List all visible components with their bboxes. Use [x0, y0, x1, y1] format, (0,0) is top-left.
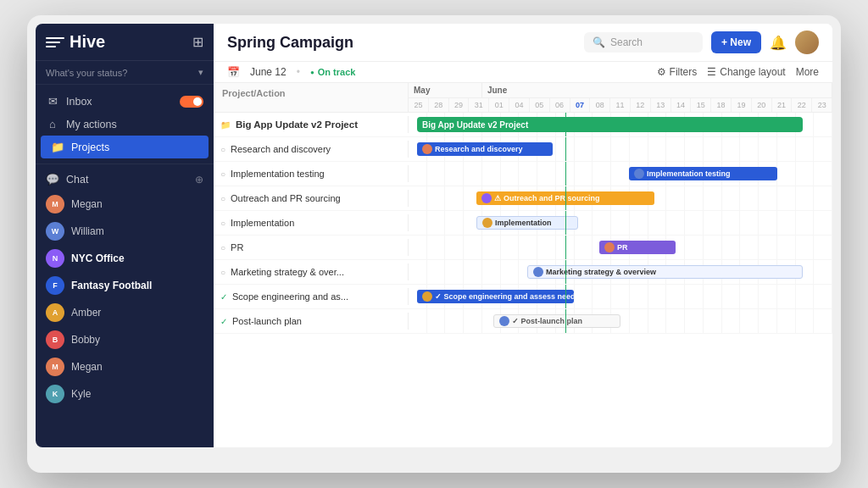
gantt-bar-research[interactable]: Research and discovery	[417, 142, 553, 156]
date-28: 28	[429, 98, 449, 112]
filters-button[interactable]: ⚙ Filters	[657, 66, 698, 78]
status-bar[interactable]: What's your status? ▾	[36, 61, 214, 85]
today-line-r	[565, 137, 566, 161]
gantt-bar-area-research: Research and discovery	[409, 137, 832, 161]
avatar-bobby: B	[46, 330, 64, 349]
gantt-body: 📁 Big App Update v2 Project Big App Upda…	[214, 113, 832, 447]
sidebar-item-chat[interactable]: 💬 Chat ⊕	[36, 168, 214, 191]
gantt-bar-area-impl-testing: Implementation testing	[409, 162, 832, 186]
date-15: 15	[691, 98, 711, 112]
on-track-badge: On track	[310, 67, 355, 77]
circle-icon-implementation: ○	[220, 219, 225, 228]
check-icon-scope: ✓	[220, 292, 227, 302]
grid-icon[interactable]: ⊞	[192, 34, 203, 50]
gantt-label-research: ○ Research and discovery	[214, 141, 409, 158]
gantt-label-project: 📁 Big App Update v2 Project	[214, 116, 409, 133]
sidebar-nav: ✉ Inbox ⌂ My actions 📁 Projects	[36, 85, 214, 164]
date-13: 13	[651, 98, 671, 112]
today-line-impl	[565, 211, 566, 235]
chat-label: Chat	[66, 174, 88, 186]
date-21: 21	[772, 98, 793, 112]
gantt-label-postlaunch: ✓ Post-launch plan	[214, 313, 409, 330]
gantt-bar-postlaunch[interactable]: ✓ Post-launch plan	[493, 314, 620, 328]
sidebar-person-kyle[interactable]: K Kyle	[36, 380, 214, 408]
projects-label: Projects	[71, 141, 109, 153]
inbox-icon: ✉	[46, 95, 59, 108]
person-name-amber: Amber	[71, 307, 101, 319]
today-line	[565, 113, 566, 136]
sidebar-people: 💬 Chat ⊕ M Megan W William N NYC Office	[36, 164, 214, 411]
sidebar: Hive ⊞ What's your status? ▾ ✉ Inbox ⌂ M…	[36, 24, 214, 447]
bar-label-marketing: Marketing strategy & overview	[546, 268, 656, 276]
date-08: 08	[590, 98, 610, 112]
gantt-row-scope: ✓ Scope engineering and as... ✓ Scope en…	[214, 285, 832, 309]
date-22: 22	[792, 98, 812, 112]
gantt-container: Project/Action May June 25 28 29 31 01	[214, 83, 832, 447]
filters-label: Filters	[670, 66, 698, 78]
gantt-row-impl-testing: ○ Implementation testing Implementation …	[214, 162, 832, 186]
gantt-bar-implementation[interactable]: Implementation	[476, 216, 578, 230]
sidebar-person-bobby[interactable]: B Bobby	[36, 326, 214, 353]
date-20: 20	[752, 98, 772, 112]
sidebar-person-fantasy-football[interactable]: F Fantasy Football	[36, 272, 214, 299]
subbar-right: ⚙ Filters ☰ Change layout More	[657, 66, 819, 78]
gantt-label-marketing: ○ Marketing strategy & over...	[214, 263, 409, 280]
today-line-s	[565, 285, 566, 308]
sidebar-person-amber[interactable]: A Amber	[36, 299, 214, 326]
notification-icon[interactable]: 🔔	[770, 35, 787, 51]
sidebar-person-megan2[interactable]: M Megan	[36, 353, 214, 380]
gantt-bar-pr[interactable]: PR	[599, 241, 676, 254]
change-layout-button[interactable]: ☰ Change layout	[707, 66, 785, 78]
date-18: 18	[711, 98, 732, 112]
more-button[interactable]: More	[796, 66, 819, 78]
topbar: Spring Campaign 🔍 Search + New 🔔	[214, 24, 832, 62]
gantt-bar-area-marketing: Marketing strategy & overview	[409, 260, 832, 284]
gantt-label-implementation: ○ Implementation	[214, 214, 409, 231]
gantt-row-pr: ○ PR PR	[214, 236, 832, 260]
new-button[interactable]: + New	[711, 31, 761, 53]
user-avatar[interactable]	[795, 30, 819, 54]
sidebar-item-projects[interactable]: 📁 Projects	[41, 136, 209, 158]
my-actions-icon: ⌂	[46, 118, 59, 130]
inbox-toggle[interactable]	[180, 96, 203, 108]
more-label: More	[796, 66, 819, 78]
date-11: 11	[610, 98, 631, 112]
gantt-row-postlaunch: ✓ Post-launch plan ✓ Post-launch plan	[214, 309, 832, 334]
gantt-bar-project[interactable]: Big App Update v2 Project	[417, 117, 803, 132]
gantt-row-research: ○ Research and discovery Research and di…	[214, 137, 832, 162]
month-june: June	[482, 83, 832, 97]
avatar-megan: M	[46, 195, 64, 214]
sidebar-item-inbox[interactable]: ✉ Inbox	[36, 90, 214, 113]
subbar-left: 📅 June 12 • On track	[227, 66, 355, 78]
gantt-bar-scope[interactable]: ✓ Scope engineering and assess need	[417, 290, 574, 303]
status-placeholder: What's your status?	[46, 68, 127, 78]
gantt-bar-area-implementation: Implementation	[409, 211, 832, 235]
status-chevron: ▾	[198, 67, 203, 78]
gantt-row-outreach: ○ Outreach and PR sourcing ⚠ Outreach an…	[214, 186, 832, 211]
person-name-william: William	[71, 225, 104, 237]
gantt-bar-area-outreach: ⚠ Outreach and PR sourcing	[409, 186, 832, 210]
search-box[interactable]: 🔍 Search	[584, 32, 703, 53]
avatar-william: W	[46, 222, 64, 241]
sidebar-person-william[interactable]: W William	[36, 218, 214, 245]
app-logo[interactable]: Hive	[46, 32, 105, 52]
gantt-bar-marketing[interactable]: Marketing strategy & overview	[527, 265, 803, 279]
gantt-label-scope: ✓ Scope engineering and as...	[214, 288, 409, 305]
date-29: 29	[449, 98, 470, 112]
date-23: 23	[812, 98, 832, 112]
date-04: 04	[509, 98, 530, 112]
gantt-label-col-header: Project/Action	[214, 83, 409, 112]
sidebar-person-nyc-office[interactable]: N NYC Office	[36, 245, 214, 272]
sidebar-person-megan[interactable]: M Megan	[36, 191, 214, 218]
chat-add-icon[interactable]: ⊕	[195, 174, 203, 186]
bar-label-impl-testing: Implementation testing	[647, 169, 731, 178]
date-01: 01	[489, 98, 509, 112]
laptop-screen: Hive ⊞ What's your status? ▾ ✉ Inbox ⌂ M…	[36, 24, 832, 447]
gantt-bar-impl-testing[interactable]: Implementation testing	[629, 167, 777, 180]
bar-label-research: Research and discovery	[435, 145, 523, 153]
person-name-fantasy-football: Fantasy Football	[71, 280, 152, 291]
sidebar-item-my-actions[interactable]: ⌂ My actions	[36, 113, 214, 136]
search-placeholder: Search	[610, 36, 643, 48]
gantt-header: Project/Action May June 25 28 29 31 01	[214, 83, 832, 113]
date-06: 06	[550, 98, 570, 112]
